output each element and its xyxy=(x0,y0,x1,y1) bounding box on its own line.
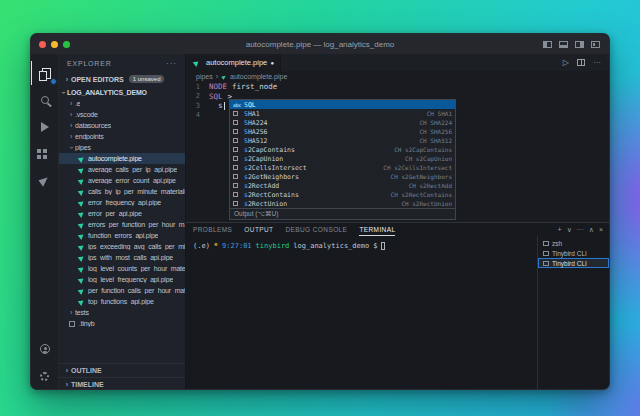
account-icon xyxy=(40,344,50,354)
terminal-more-actions-icon[interactable]: ··· xyxy=(577,226,584,233)
sidebar-item-run-debug[interactable] xyxy=(31,115,59,139)
run-debug-icon xyxy=(41,122,49,132)
tree-item[interactable]: .vscode xyxy=(59,109,185,120)
pipe-file-icon xyxy=(78,177,86,185)
outline-section[interactable]: OUTLINE xyxy=(59,363,185,377)
pipe-file-icon xyxy=(221,74,227,80)
terminal-list-item-zsh[interactable]: zsh xyxy=(538,238,609,248)
close-window-button[interactable] xyxy=(39,41,46,48)
pipe-file-icon xyxy=(78,166,86,174)
tree-item[interactable]: calls_by_ip_per_minute_materiali.. xyxy=(59,186,185,197)
settings-button[interactable] xyxy=(31,364,59,388)
breadcrumb: pipes › autocomplete.pipe xyxy=(186,71,609,82)
customize-layout-icon[interactable] xyxy=(591,41,600,48)
chevron-right-icon xyxy=(63,367,71,374)
tree-root[interactable]: LOG_ANALYTICS_DEMO xyxy=(59,86,185,98)
function-icon xyxy=(233,156,244,161)
tree-item[interactable]: endpoints xyxy=(59,131,185,142)
function-icon xyxy=(233,111,244,116)
tree-item[interactable]: errors_per_function_per_hour_m.. xyxy=(59,219,185,230)
suggestion-item[interactable]: SHA224CH SHA224 xyxy=(230,118,455,127)
tree-item[interactable]: average_error_count_api.pipe xyxy=(59,175,185,186)
chevron-right-icon xyxy=(67,100,75,107)
zoom-window-button[interactable] xyxy=(63,41,70,48)
suggestion-item[interactable]: s2CellsIntersectCH s2CellsIntersect xyxy=(230,163,455,172)
suggestion-item-selected[interactable]: abc SQL xyxy=(230,100,455,109)
new-terminal-icon[interactable]: + xyxy=(558,226,562,233)
desktop-background: autocomplete.pipe — log_analytics_demo xyxy=(0,0,640,416)
chevron-right-icon xyxy=(67,111,75,118)
toggle-sidebar-icon[interactable] xyxy=(543,41,552,48)
sidebar-item-explorer[interactable] xyxy=(31,61,59,85)
tree-item[interactable]: average_calls_per_ip_api.pipe xyxy=(59,164,185,175)
tree-item[interactable]: per_function_calls_per_hour_mat.. xyxy=(59,285,185,296)
toggle-panel-icon[interactable] xyxy=(559,41,568,48)
suggestion-item[interactable]: SHA1CH SHA1 xyxy=(230,109,455,118)
tab-autocomplete-pipe[interactable]: autocomplete.pipe ● xyxy=(186,54,281,71)
sidebar-item-tinybird[interactable] xyxy=(31,169,59,193)
code-editor[interactable]: 1 NODE first_node 2 SQL > 3 s xyxy=(186,82,609,222)
terminal-actions: + ∨ ··· ∧ × xyxy=(537,223,609,236)
explorer-title: EXPLORER xyxy=(67,60,112,67)
file-icon xyxy=(69,321,75,327)
terminal-prompt-line[interactable]: (.e) * 9:27:01 tinybird log_analytics_de… xyxy=(193,242,537,250)
modified-dot-icon[interactable]: ● xyxy=(270,60,274,66)
tree-item[interactable]: top_functions_api.pipe xyxy=(59,296,185,307)
suggestion-item[interactable]: s2CapUnionCH s2CapUnion xyxy=(230,154,455,163)
tab-terminal[interactable]: TERMINAL xyxy=(359,223,395,236)
split-editor-icon[interactable] xyxy=(577,59,585,66)
breadcrumb-folder[interactable]: pipes xyxy=(196,73,213,80)
layout-controls xyxy=(543,41,600,48)
tree-item[interactable]: log_level_frequency_api.pipe xyxy=(59,274,185,285)
suggestion-item[interactable]: s2RectUnionCH s2RectUnion xyxy=(230,199,455,208)
tree-item[interactable]: datasources xyxy=(59,120,185,131)
terminal-icon xyxy=(543,261,549,266)
maximize-panel-icon[interactable]: ∧ xyxy=(589,226,594,234)
sidebar-item-extensions[interactable] xyxy=(31,142,59,166)
suggestion-item[interactable]: s2RectAddCH s2RectAdd xyxy=(230,181,455,190)
terminal-list-item-tinybird-cli[interactable]: Tinybird CLI xyxy=(538,248,609,258)
pipe-file-icon xyxy=(78,210,86,218)
timeline-section[interactable]: TIMELINE xyxy=(59,377,185,390)
tree-item-autocomplete-pipe[interactable]: autocomplete.pipe xyxy=(59,153,185,164)
tree-item[interactable]: ips_with_most_calls_api.pipe xyxy=(59,252,185,263)
window-title: autocomplete.pipe — log_analytics_demo xyxy=(31,40,609,49)
suggestion-item[interactable]: s2RectContainsCH s2RectContains xyxy=(230,190,455,199)
pipe-file-icon xyxy=(78,221,86,229)
tree-item[interactable]: function_errors_api.pipe xyxy=(59,230,185,241)
tab-problems[interactable]: PROBLEMS xyxy=(193,223,232,236)
terminal-icon xyxy=(543,251,549,256)
tree-item-pipes[interactable]: pipes xyxy=(59,142,185,153)
editor-more-actions-icon[interactable]: ··· xyxy=(593,58,601,67)
launch-profile-chevron-icon[interactable]: ∨ xyxy=(567,226,572,234)
suggestion-item[interactable]: s2CapContainsCH s2CapContains xyxy=(230,145,455,154)
views-more-icon[interactable]: ··· xyxy=(166,59,177,68)
terminal-list-item-tinybird-cli-selected[interactable]: Tinybird CLI xyxy=(538,258,609,268)
minimize-window-button[interactable] xyxy=(51,41,58,48)
account-button[interactable] xyxy=(31,337,59,361)
close-panel-icon[interactable]: × xyxy=(599,226,603,233)
suggestion-item[interactable]: s2GetNeighborsCH s2GetNeighbors xyxy=(230,172,455,181)
tree-item[interactable]: .e xyxy=(59,98,185,109)
tree-item-tests[interactable]: tests xyxy=(59,307,185,318)
prompt-symbol: $ xyxy=(373,242,377,250)
traffic-lights xyxy=(39,41,70,48)
unsaved-badge: 1 unsaved xyxy=(129,75,165,83)
open-editors-section[interactable]: OPEN EDITORS 1 unsaved xyxy=(59,72,185,86)
tree-item[interactable]: error_per_api.pipe xyxy=(59,208,185,219)
tab-debug-console[interactable]: DEBUG CONSOLE xyxy=(285,223,347,236)
prompt-cwd: log_analytics_demo xyxy=(293,242,369,250)
tree-item-tinyb[interactable]: .tinyb xyxy=(59,318,185,329)
toggle-secondary-sidebar-icon[interactable] xyxy=(575,41,584,48)
suggestion-item[interactable]: SHA256CH SHA256 xyxy=(230,127,455,136)
run-button[interactable]: ▷ xyxy=(563,58,569,67)
breadcrumb-file[interactable]: autocomplete.pipe xyxy=(230,73,287,80)
tree-item[interactable]: log_level_counts_per_hour_mate.. xyxy=(59,263,185,274)
sidebar-item-search[interactable] xyxy=(31,88,59,112)
abc-word-icon: abc xyxy=(233,102,244,108)
chevron-down-icon xyxy=(59,89,67,96)
tree-item[interactable]: ips_exceeding_avg_calls_per_mi.. xyxy=(59,241,185,252)
tree-item[interactable]: error_frequency_api.pipe xyxy=(59,197,185,208)
suggestion-item[interactable]: SHA512CH SHA512 xyxy=(230,136,455,145)
tab-output[interactable]: OUTPUT xyxy=(244,223,273,236)
